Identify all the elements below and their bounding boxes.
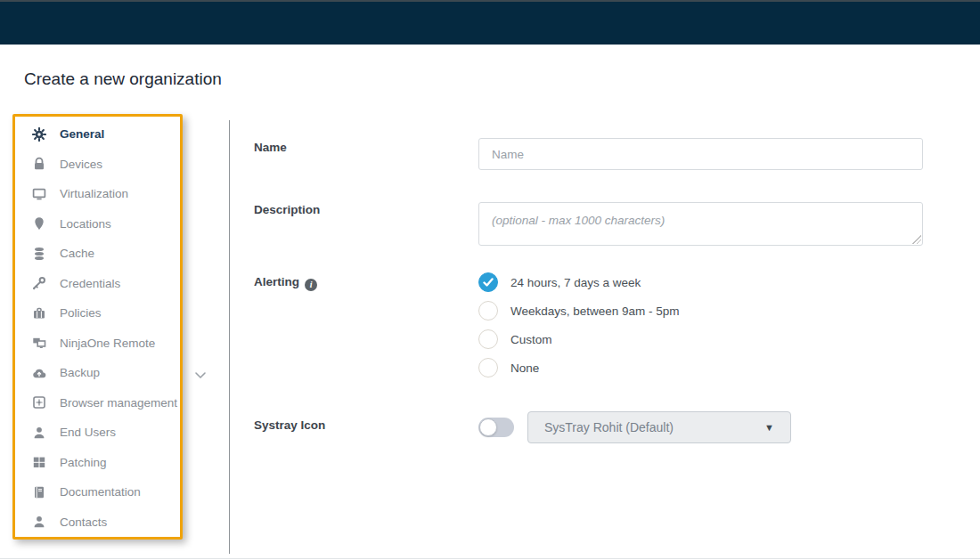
alerting-radio-option[interactable]: None — [478, 358, 680, 377]
toggle-knob[interactable] — [479, 418, 497, 436]
sidebar-item[interactable]: Documentation — [15, 477, 180, 507]
settings-sidebar: General Devices Virtualization Locations… — [12, 114, 183, 540]
sidebar-item[interactable]: Browser management — [15, 388, 180, 418]
radio-button[interactable] — [478, 301, 498, 321]
top-nav-bar — [0, 0, 980, 45]
sidebar-item-label: End Users — [60, 426, 116, 439]
description-field-wrap — [478, 202, 923, 246]
cloud-upload-icon — [31, 365, 46, 380]
sidebar-item-label: Backup — [60, 366, 100, 379]
systray-toggle[interactable] — [478, 418, 514, 437]
alerting-radio-group: 24 hours, 7 days a week Weekdays, betwee… — [478, 272, 680, 386]
sidebar-item[interactable]: NinjaOne Remote — [15, 329, 180, 359]
name-input[interactable] — [478, 138, 923, 170]
briefcase-icon — [31, 305, 46, 321]
sidebar-item-label: NinjaOne Remote — [60, 337, 155, 350]
sidebar-item[interactable]: Contacts — [15, 507, 180, 538]
sidebar-item[interactable]: Locations — [15, 209, 180, 239]
user-icon — [31, 425, 46, 440]
alerting-label: Alertingi — [254, 275, 317, 291]
sidebar-item-label: Cache — [60, 247, 94, 260]
map-pin-icon — [31, 216, 46, 231]
sidebar-item-label: Patching — [60, 456, 107, 469]
systray-dropdown[interactable]: SysTray Rohit (Default) ▼ — [527, 411, 791, 443]
name-label: Name — [254, 141, 287, 154]
windows-icon — [31, 455, 46, 470]
sidebar-item[interactable]: Virtualization — [15, 179, 180, 209]
sidebar-item-label: General — [60, 127, 104, 141]
sidebar-item-label: Devices — [60, 158, 102, 171]
sidebar-item[interactable]: Credentials — [15, 269, 180, 299]
radio-label: Weekdays, between 9am - 5pm — [510, 304, 680, 318]
sidebar-item[interactable]: Cache — [15, 239, 180, 269]
radio-button[interactable] — [478, 329, 498, 349]
radio-button[interactable] — [478, 358, 498, 377]
radio-label: Custom — [510, 333, 552, 346]
sidebar-item[interactable]: Patching — [15, 448, 180, 478]
dual-monitor-icon — [31, 336, 46, 351]
sidebar-item-label: Credentials — [60, 277, 120, 290]
sidebar-item-label: Contacts — [60, 515, 107, 529]
sidebar-item-label: Virtualization — [60, 187, 128, 200]
description-textarea[interactable] — [478, 202, 923, 246]
sidebar-item[interactable]: End Users — [15, 418, 180, 448]
book-icon — [31, 484, 46, 499]
radio-label: 24 hours, 7 days a week — [510, 276, 641, 289]
radio-label: None — [510, 361, 539, 375]
chevron-down-icon[interactable] — [192, 367, 208, 383]
alerting-radio-option[interactable]: Weekdays, between 9am - 5pm — [478, 301, 680, 321]
key-icon — [31, 276, 46, 291]
gear-icon — [31, 126, 46, 142]
info-icon[interactable]: i — [305, 279, 317, 291]
sidebar-item[interactable]: Backup — [15, 358, 180, 388]
systray-dropdown-value: SysTray Rohit (Default) — [544, 420, 764, 434]
sidebar-item-label: Locations — [60, 217, 111, 231]
description-label: Description — [254, 203, 320, 216]
bottom-divider — [0, 558, 980, 559]
alerting-radio-option[interactable]: 24 hours, 7 days a week — [478, 272, 680, 292]
systray-label: Systray Icon — [254, 418, 325, 432]
vertical-divider — [229, 120, 230, 554]
radio-button[interactable] — [478, 272, 498, 292]
page-title: Create a new organization — [24, 69, 222, 89]
caret-down-icon: ▼ — [764, 422, 774, 433]
sidebar-item[interactable]: General — [15, 119, 180, 150]
user-icon — [31, 515, 46, 530]
alerting-radio-option[interactable]: Custom — [478, 329, 680, 349]
sidebar-item-label: Policies — [60, 306, 102, 320]
database-icon — [31, 246, 46, 261]
browser-gear-icon — [31, 395, 46, 410]
lock-icon — [31, 157, 46, 172]
monitor-icon — [31, 186, 46, 201]
sidebar-item-label: Documentation — [60, 485, 141, 499]
sidebar-item[interactable]: Policies — [15, 298, 180, 329]
sidebar-item-label: Browser management — [60, 396, 177, 410]
sidebar-item[interactable]: Devices — [15, 150, 180, 180]
